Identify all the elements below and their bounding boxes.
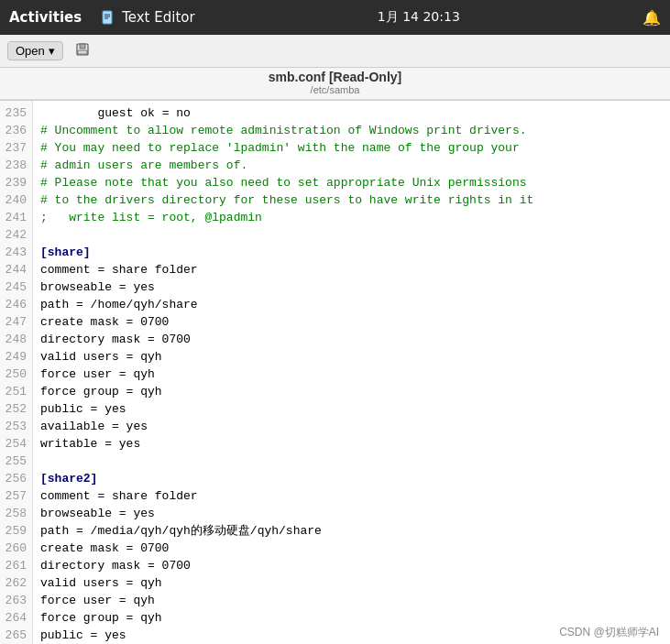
line-number: 238 [4,157,27,174]
line-number: 255 [4,453,27,470]
app-indicator[interactable]: Text Editor [100,9,195,26]
toolbar: Open ▾ [0,35,670,68]
code-line: public = yes [40,400,663,418]
title-area: smb.conf [Read-Only] /etc/samba [0,68,670,100]
line-number: 254 [4,435,27,453]
line-number: 237 [4,139,27,157]
code-line: # admin users are members of. [40,157,663,174]
line-number: 258 [4,505,27,522]
line-number: 262 [4,574,27,592]
code-line: directory mask = 0700 [40,557,663,574]
line-number: 239 [4,174,27,191]
code-line: # Please note that you also need to set … [40,174,663,191]
top-bar: Activities Text Editor 1月 14 20:13 🔔 [0,0,670,35]
file-path: /etc/samba [0,84,670,95]
line-number: 236 [4,122,27,139]
svg-rect-5 [80,44,85,49]
line-number: 252 [4,400,27,418]
code-line: # You may need to replace 'lpadmin' with… [40,139,663,157]
open-button[interactable]: Open ▾ [7,41,63,60]
code-line: path = /home/qyh/share [40,296,663,313]
file-title: smb.conf [Read-Only] [0,70,670,84]
line-number: 250 [4,366,27,383]
code-line: browseable = yes [40,278,663,296]
code-line: valid users = qyh [40,348,663,366]
line-number: 265 [4,627,27,644]
top-bar-datetime: 1月 14 20:13 [195,9,643,26]
code-line: create mask = 0700 [40,313,663,331]
line-number: 264 [4,609,27,627]
notification-icon[interactable]: 🔔 [643,9,661,27]
line-number: 253 [4,418,27,435]
line-numbers: 2352362372382392402412422432442452462472… [0,101,33,644]
code-line: comment = share folder [40,487,663,505]
line-number: 249 [4,348,27,366]
activities-button[interactable]: Activities [9,9,82,26]
line-number: 261 [4,557,27,574]
line-number: 263 [4,592,27,609]
code-line: writable = yes [40,435,663,453]
line-number: 241 [4,209,27,226]
watermark: CSDN @切糕师学AI [559,625,659,640]
line-number: 244 [4,261,27,278]
code-line [40,226,663,244]
line-number: 240 [4,191,27,209]
code-line: directory mask = 0700 [40,331,663,348]
line-number: 242 [4,226,27,244]
code-line: # to the drivers directory for these use… [40,191,663,209]
code-line: path = /media/qyh/qyh的移动硬盘/qyh/share [40,522,663,540]
line-number: 247 [4,313,27,331]
line-number: 235 [4,104,27,122]
line-number: 257 [4,487,27,505]
code-line: [share2] [40,470,663,487]
app-name: Text Editor [122,9,195,26]
save-button[interactable] [69,38,96,63]
code-line [40,453,663,470]
line-number: 251 [4,383,27,400]
code-line: force user = qyh [40,592,663,609]
open-label: Open [16,44,45,58]
code-line: available = yes [40,418,663,435]
line-number: 243 [4,244,27,261]
open-chevron: ▾ [49,44,55,58]
text-editor-icon [100,9,116,26]
code-line: valid users = qyh [40,574,663,592]
svg-rect-0 [103,11,112,24]
line-number: 259 [4,522,27,540]
code-line: # Uncomment to allow remote administrati… [40,122,663,139]
code-line: create mask = 0700 [40,540,663,557]
code-line: [share] [40,244,663,261]
top-bar-right: 🔔 [643,9,661,27]
code-line: comment = share folder [40,261,663,278]
code-line: force group = qyh [40,383,663,400]
code-line: guest ok = no [40,104,663,122]
line-number: 256 [4,470,27,487]
line-number: 248 [4,331,27,348]
code-line: browseable = yes [40,505,663,522]
code-line: ; write list = root, @lpadmin [40,209,663,226]
code-line: force user = qyh [40,366,663,383]
svg-rect-6 [78,50,87,54]
editor-area: 2352362372382392402412422432442452462472… [0,101,670,644]
line-number: 260 [4,540,27,557]
line-number: 246 [4,296,27,313]
code-content[interactable]: guest ok = no# Uncomment to allow remote… [33,101,670,644]
line-number: 245 [4,278,27,296]
